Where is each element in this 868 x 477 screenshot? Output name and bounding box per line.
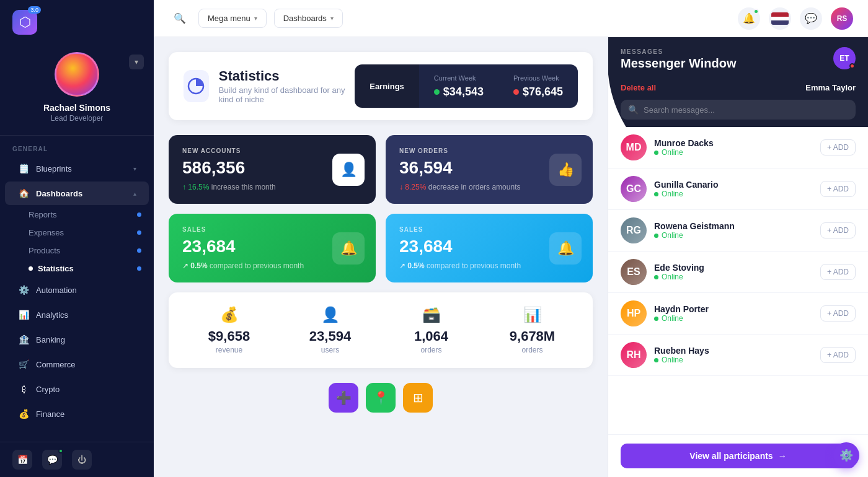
topbar: 🔍 Mega menu ▾ Dashboards ▾ 🔔 💬 RS: [154, 0, 868, 37]
content-area: Statistics Build any kind of dashboard f…: [154, 37, 868, 477]
sidebar-item-label: Blueprints: [36, 164, 72, 173]
revenue-label: revenue: [216, 346, 242, 354]
contact-name: Ede Stoving: [654, 263, 813, 273]
flag-button[interactable]: [769, 7, 791, 30]
orders-icon: 🗃️: [422, 306, 441, 323]
change-text: compared to previous month: [210, 261, 304, 270]
commerce-icon: 🛒: [17, 358, 30, 370]
finance-icon: 💰: [17, 408, 30, 420]
table-action-button[interactable]: ⊞: [403, 383, 433, 413]
contact-name: Rowena Geistmann: [654, 221, 813, 231]
list-item: HP Haydn Porter Online + ADD: [608, 293, 868, 335]
topbar-right: 🔔 💬 RS: [738, 7, 853, 30]
add-contact-button[interactable]: + ADD: [820, 264, 856, 280]
contact-avatar: ES: [621, 259, 647, 285]
contact-name: Munroe Dacks: [654, 138, 813, 148]
chevron-down-icon: ▾: [330, 15, 334, 22]
notifications-button[interactable]: 🔔: [738, 7, 760, 30]
sidebar-item-products[interactable]: Products: [29, 242, 154, 260]
crypto-icon: ₿: [17, 383, 30, 395]
mega-menu-button[interactable]: Mega menu ▾: [198, 9, 267, 28]
add-contact-button[interactable]: + ADD: [820, 305, 856, 322]
sidebar-item-reports[interactable]: Reports: [29, 206, 154, 224]
contact-info: Haydn Porter Online: [654, 304, 813, 323]
et-notification-dot: [849, 63, 855, 69]
location-action-button[interactable]: 📍: [366, 383, 396, 413]
contact-info: Rowena Geistmann Online: [654, 221, 813, 240]
delete-all-button[interactable]: Delete all: [621, 83, 656, 92]
contact-info: Munroe Dacks Online: [654, 138, 813, 157]
stat-card-icon: 👤: [332, 154, 365, 186]
change-text: decrease in orders amounts: [428, 183, 521, 191]
contact-info: Rueben Hays Online: [654, 346, 813, 364]
list-item: RH Rueben Hays Online + ADD: [608, 335, 868, 376]
add-contact-button[interactable]: + ADD: [820, 222, 856, 239]
status-text: Online: [662, 356, 683, 364]
dashboards-button[interactable]: Dashboards ▾: [274, 9, 343, 28]
orders-value: 1,064: [414, 328, 448, 344]
active-indicator: [29, 266, 33, 271]
et-user-badge[interactable]: ET: [833, 47, 856, 69]
sidebar-item-blueprints[interactable]: 🗒️ Blueprints ▾: [5, 157, 149, 180]
earnings-card: Earnings Current Week $34,543 Previous W…: [355, 64, 578, 108]
search-button[interactable]: 🔍: [169, 7, 191, 30]
stat-card-new-orders: NEW ORDERS 36,594 ↓ 8.25% decrease in or…: [386, 135, 593, 204]
sidebar-item-finance[interactable]: 💰 Finance: [5, 402, 149, 426]
current-week-block: Current Week $34,543: [419, 64, 498, 108]
sidebar-item-expenses[interactable]: Expenses: [29, 224, 154, 242]
messenger-panel: MESSAGES Messenger Window ET Delete all …: [608, 37, 868, 477]
sidebar-item-dashboards[interactable]: 🏠 Dashboards ▴: [5, 182, 149, 205]
sidebar-profile: ▾ Rachael Simons Lead Developer: [0, 42, 154, 136]
contact-name: Gunilla Canario: [654, 180, 813, 190]
online-status-dot: [654, 275, 658, 279]
nav-indicator-dot: [137, 266, 141, 271]
user-avatar-button[interactable]: RS: [831, 7, 853, 30]
revenue-value: $9,658: [208, 328, 250, 344]
list-item: MD Munroe Dacks Online + ADD: [608, 127, 868, 168]
sidebar-item-analytics[interactable]: 📊 Analytics: [5, 303, 149, 326]
mega-menu-label: Mega menu: [208, 14, 250, 23]
content-main: Statistics Build any kind of dashboard f…: [154, 37, 608, 477]
search-messages-input[interactable]: [644, 105, 848, 115]
chevron-down-icon: ▾: [254, 15, 257, 22]
online-status-dot: [654, 234, 658, 238]
users-label: users: [321, 346, 339, 354]
messages-button[interactable]: 💬: [800, 7, 822, 30]
profile-role: Lead Developer: [51, 114, 104, 123]
blueprints-icon: 🗒️: [17, 162, 30, 175]
orders2-icon: 📊: [523, 306, 542, 323]
chat-button[interactable]: 💬: [42, 450, 62, 470]
avatar: [55, 52, 99, 97]
view-all-participants-button[interactable]: View all participants →: [621, 444, 856, 468]
status-text: Online: [662, 148, 683, 157]
online-status-dot: [654, 151, 658, 155]
chevron-down-icon: ▾: [133, 165, 136, 172]
status-text: Online: [662, 231, 683, 240]
red-dot: [513, 89, 519, 95]
calendar-button[interactable]: 📅: [12, 450, 32, 470]
add-contact-button[interactable]: + ADD: [820, 347, 856, 363]
sidebar-item-label: Dashboards: [36, 189, 82, 198]
up-arrow-icon: ↑: [182, 183, 188, 191]
sidebar-bottom: 📅 💬 ⏻: [0, 442, 154, 477]
status-text: Online: [662, 273, 683, 281]
sidebar-item-banking[interactable]: 🏦 Banking: [5, 328, 149, 351]
contact-name: Rueben Hays: [654, 346, 813, 356]
messenger-header: MESSAGES Messenger Window ET: [608, 37, 868, 78]
sidebar-item-automation[interactable]: ⚙️ Automation: [5, 278, 149, 302]
chevron-up-icon: ▴: [133, 190, 136, 197]
profile-chevron-icon[interactable]: ▾: [129, 55, 144, 69]
sidebar-item-crypto[interactable]: ₿ Crypto: [5, 377, 149, 401]
settings-fab-button[interactable]: ⚙️: [833, 442, 859, 468]
sidebar-item-commerce[interactable]: 🛒 Commerce: [5, 352, 149, 376]
stat-card-icon: 🔔: [549, 232, 582, 265]
power-button[interactable]: ⏻: [72, 450, 92, 470]
status-text: Online: [662, 314, 683, 323]
dashboards-icon: 🏠: [17, 187, 30, 199]
sidebar-item-statistics[interactable]: Statistics: [29, 260, 154, 278]
dashboards-label: Dashboards: [283, 14, 327, 23]
add-contact-button[interactable]: + ADD: [820, 181, 856, 197]
add-action-button[interactable]: ➕: [329, 383, 358, 413]
stat-card-sales-green: SALES 23,684 ↗ 0.5% compared to previous…: [169, 214, 376, 282]
add-contact-button[interactable]: + ADD: [820, 139, 856, 155]
